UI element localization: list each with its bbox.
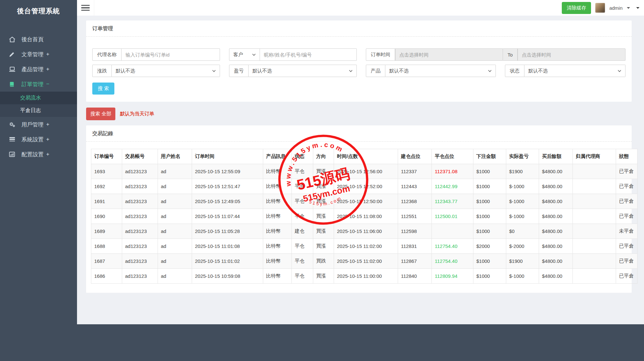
- menu-toggle-button[interactable]: [77, 0, 94, 16]
- cell-close_point: 112809.94: [432, 269, 473, 284]
- chevron-down-icon: [488, 70, 492, 72]
- cell-settle_time: 2025-10-15 12:50:00: [334, 194, 398, 209]
- cell-balance: $4800.00: [539, 179, 573, 194]
- cell-agent: [573, 194, 616, 209]
- cell-direction: 買跌: [313, 254, 334, 269]
- customer-input[interactable]: [260, 48, 357, 61]
- sidebar-subitem-close-log[interactable]: 平倉日志: [0, 104, 77, 117]
- book-icon: [9, 81, 16, 87]
- cell-order_time: 2025-10-15 12:55:09: [192, 164, 263, 179]
- cell-product: 比特幣: [263, 179, 292, 194]
- sidebar-item-label: 訂單管理: [21, 81, 44, 88]
- cell-direction: 買漲: [313, 164, 334, 179]
- page-title: 订单管理: [86, 20, 632, 37]
- cell-user: ad: [158, 179, 192, 194]
- caret-down-icon[interactable]: [627, 7, 630, 9]
- filter-grid: 代理名称 客户 订单时间: [92, 48, 625, 77]
- cell-id: 1686: [91, 269, 122, 284]
- search-all-button[interactable]: 搜索 全部: [86, 108, 115, 120]
- order-time-end-input[interactable]: [518, 48, 625, 61]
- profit-label: 盈亏: [229, 65, 249, 77]
- records-table-body: 1693ad123123ad2025-10-15 12:55:09比特幣平仓買漲…: [91, 164, 638, 284]
- customer-select[interactable]: 客户: [229, 48, 260, 61]
- column-header: 狀態: [616, 149, 638, 164]
- product-select[interactable]: 默认不选: [385, 65, 496, 77]
- cell-close_point: 112754.40: [432, 239, 473, 254]
- bar-chart-icon: [9, 151, 16, 157]
- sidebar-item-articles[interactable]: 文章管理 +: [0, 47, 77, 62]
- caret-down-icon[interactable]: [636, 7, 639, 9]
- sidebar-item-label: 用戶管理: [21, 121, 44, 128]
- customer-filter-group: 客户: [229, 48, 357, 61]
- agent-filter-group: 代理名称: [92, 48, 220, 61]
- cell-direction: 買漲: [313, 179, 334, 194]
- table-row: 1688ad123123ad2025-10-15 11:01:08比特幣平仓買漲…: [91, 239, 638, 254]
- cell-close_point: 112754.40: [432, 254, 473, 269]
- sidebar-item-orders[interactable]: 訂單管理 −: [0, 77, 77, 92]
- cell-account: ad123123: [122, 164, 158, 179]
- cell-close_point: 112500.01: [432, 209, 473, 224]
- sidebar-item-config[interactable]: 配置設置 +: [0, 147, 77, 162]
- sidebar-item-label: 後台首頁: [21, 36, 44, 43]
- column-header: 平仓点位: [432, 149, 473, 164]
- status-select[interactable]: 默认不选: [524, 65, 625, 77]
- cell-direction: 買漲: [313, 224, 334, 239]
- username-label[interactable]: admin: [609, 5, 623, 11]
- cell-balance: $4800.00: [539, 209, 573, 224]
- cell-direction: 買漲: [313, 239, 334, 254]
- updown-select[interactable]: 默认不选: [112, 65, 220, 77]
- sidebar-item-label: 系統設置: [21, 136, 44, 143]
- column-header: 交易帳号: [122, 149, 158, 164]
- default-today-hint: 默认为当天订单: [120, 111, 154, 117]
- order-time-start-input[interactable]: [395, 48, 503, 61]
- sidebar-item-products[interactable]: 產品管理 +: [0, 62, 77, 77]
- cell-agent: [573, 209, 616, 224]
- column-header: 产品訊息: [263, 149, 292, 164]
- cell-status: 平仓: [292, 164, 313, 179]
- cell-close_point: [432, 224, 473, 239]
- cell-account: ad123123: [122, 209, 158, 224]
- cell-account: ad123123: [122, 269, 158, 284]
- gears-icon: [9, 122, 16, 127]
- column-header: 归属代理商: [573, 149, 616, 164]
- main-area: 清除緩存 admin 订单管理 代理名称: [77, 0, 644, 324]
- cell-profit: $-1000: [506, 209, 539, 224]
- sidebar-item-label: 產品管理: [21, 66, 44, 73]
- avatar[interactable]: [595, 3, 605, 13]
- column-header: 买后餘額: [539, 149, 573, 164]
- cell-order_time: 2025-10-15 11:01:02: [192, 254, 263, 269]
- table-row: 1687ad123123ad2025-10-15 11:01:02比特幣平仓買跌…: [91, 254, 638, 269]
- table-row: 1686ad123123ad2025-10-15 10:59:08比特幣平仓買漲…: [91, 269, 638, 284]
- cell-state: 未平倉: [616, 224, 638, 239]
- cell-settle_time: 2025-10-15 11:02:00: [334, 254, 398, 269]
- cell-product: 比特幣: [263, 239, 292, 254]
- cell-state: 已平倉: [616, 164, 638, 179]
- cell-profit: $0: [506, 224, 539, 239]
- cell-bet: $1000: [473, 224, 506, 239]
- cell-order_time: 2025-10-15 11:01:08: [192, 239, 263, 254]
- search-button[interactable]: 搜 索: [92, 83, 114, 95]
- clear-cache-button[interactable]: 清除緩存: [562, 2, 591, 14]
- sidebar-subitem-transactions[interactable]: 交易流水: [0, 92, 77, 104]
- cell-bet: $2000: [473, 239, 506, 254]
- profit-select[interactable]: 默认不选: [249, 65, 357, 77]
- cell-close_point: 112371.08: [432, 164, 473, 179]
- column-header: 订单编号: [91, 149, 122, 164]
- sidebar-nav: 後台首頁 文章管理 + 產品管理 +: [0, 32, 77, 162]
- cell-account: ad123123: [122, 239, 158, 254]
- cell-settle_time: 2025-10-15 11:02:00: [334, 239, 398, 254]
- cell-user: ad: [158, 254, 192, 269]
- sidebar-item-users[interactable]: 用戶管理 +: [0, 117, 77, 132]
- sidebar-item-system[interactable]: 系統設置 +: [0, 132, 77, 147]
- cell-state: 已平倉: [616, 209, 638, 224]
- column-header: 时间/点数: [334, 149, 398, 164]
- topbar: 清除緩存 admin: [77, 0, 644, 16]
- agent-input[interactable]: [122, 48, 220, 61]
- updown-label: 涨跌: [92, 65, 112, 77]
- cell-state: 已平倉: [616, 239, 638, 254]
- sidebar-item-home[interactable]: 後台首頁: [0, 32, 77, 47]
- cell-id: 1689: [91, 224, 122, 239]
- cell-account: ad123123: [122, 194, 158, 209]
- cell-status: 平仓: [292, 179, 313, 194]
- app-title: 後台管理系統: [0, 0, 77, 19]
